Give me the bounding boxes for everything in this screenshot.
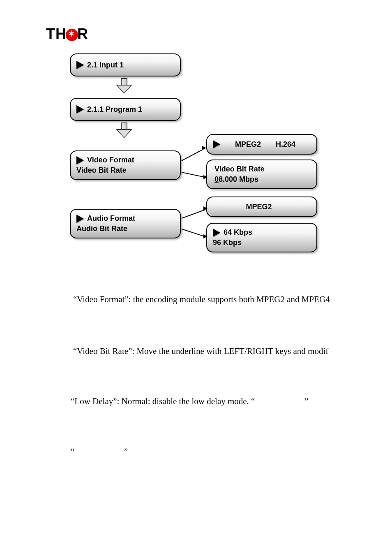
box-input-1-label: 2.1 Input 1 <box>87 61 124 69</box>
logo-globe-icon <box>66 29 78 41</box>
logo-text-right: R <box>77 25 88 42</box>
logo-text-left: TH <box>46 25 67 42</box>
video-format-label: Video Format <box>87 156 134 164</box>
para-video-format: “Video Format”: the encoding module supp… <box>73 293 353 307</box>
play-icon <box>213 140 220 148</box>
brand-logo: THR <box>46 25 88 43</box>
video-format-mpeg2: MPEG2 <box>235 140 261 149</box>
box-audio-format-rate: Audio Format Audio Bit Rate <box>70 209 181 238</box>
video-bitrate-label: Video Bit Rate <box>76 166 127 175</box>
para-video-bitrate: “Video Bit Rate”: Move the underline wit… <box>73 345 353 358</box>
down-arrow-icon <box>116 78 132 95</box>
arrow-head-icon <box>203 206 208 210</box>
box-audio-bitrate-options: 64 Kbps 96 Kbps <box>206 223 317 252</box>
connector-line <box>182 209 206 219</box>
box-program-1-label: 2.1.1 Program 1 <box>87 105 142 114</box>
box-video-bitrate-value: Video Bit Rate 08.000 Mbps <box>206 160 317 189</box>
box-video-format-options: MPEG2 H.264 <box>206 134 317 155</box>
arrow-head-icon <box>203 175 208 179</box>
arrow-head-icon <box>203 234 208 238</box>
box-program-1: 2.1.1 Program 1 <box>70 98 181 121</box>
para-low-delay-left: “Low Delay”: Normal: disable the low del… <box>71 396 255 406</box>
para-quote-left: “ <box>71 446 74 456</box>
video-format-h264: H.264 <box>276 140 295 149</box>
play-icon <box>76 105 84 113</box>
para-quotes: “ ” <box>71 445 354 459</box>
down-arrow-icon <box>116 123 132 139</box>
connector-line <box>182 172 207 178</box>
menu-flow-diagram: 2.1 Input 1 2.1.1 Program 1 Video Format… <box>46 53 346 275</box>
box-video-format-rate: Video Format Video Bit Rate <box>70 150 181 180</box>
box-audio-format-value: MPEG2 <box>206 197 317 217</box>
audio-bitrate-label: Audio Bit Rate <box>76 224 127 233</box>
connector-line <box>182 229 206 237</box>
play-icon <box>76 156 84 164</box>
video-bitrate-title: Video Bit Rate <box>214 165 265 173</box>
connector-line <box>182 149 204 161</box>
para-low-delay-right: ” <box>304 396 308 406</box>
audio-bitrate-96: 96 Kbps <box>213 238 242 247</box>
box-input-1: 2.1 Input 1 <box>70 53 181 76</box>
audio-format-value: MPEG2 <box>246 203 272 211</box>
video-bitrate-value: 08.000 Mbps <box>214 175 258 184</box>
para-quote-right: ” <box>124 446 128 456</box>
audio-bitrate-64: 64 Kbps <box>224 228 252 237</box>
para-low-delay: “Low Delay”: Normal: disable the low del… <box>71 395 354 409</box>
play-icon <box>76 215 84 223</box>
arrow-head-icon <box>202 146 206 150</box>
audio-format-label: Audio Format <box>87 214 135 223</box>
play-icon <box>213 229 220 237</box>
play-icon <box>76 61 84 69</box>
